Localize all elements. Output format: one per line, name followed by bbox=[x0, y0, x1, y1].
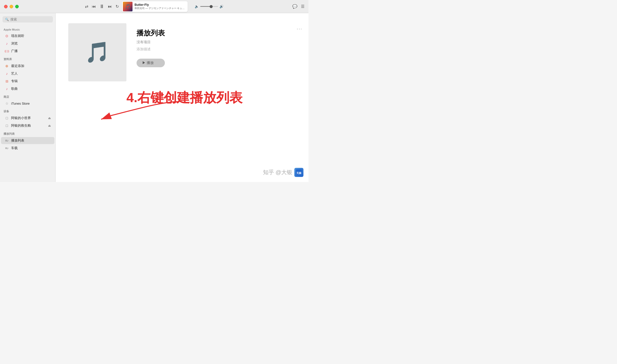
playlist-title: 播放列表 bbox=[137, 28, 165, 38]
device-1-eject[interactable]: ⏏ bbox=[48, 116, 51, 120]
listen-now-icon: ⊙ bbox=[5, 34, 9, 38]
volume-min-icon: 🔈 bbox=[195, 5, 199, 8]
sidebar-item-label: 艺人 bbox=[11, 71, 18, 76]
watermark-logo: 无极 bbox=[294, 168, 303, 177]
section-label-apple-music: Apple Music bbox=[0, 26, 55, 32]
sidebar: 🔍 Apple Music ⊙ 现在就听 ♪ 浏览 ((·)) 广播 资料库 ⊕… bbox=[0, 13, 56, 182]
itunes-store-icon: ☆ bbox=[5, 101, 9, 105]
radio-icon: ((·)) bbox=[5, 50, 9, 53]
volume-max-icon: 🔊 bbox=[219, 5, 224, 8]
playlist-content: 🎵 播放列表 没有项目 添加描述 ▶ 播放 bbox=[56, 13, 308, 92]
sidebar-item-albums[interactable]: ⊟ 专辑 bbox=[1, 78, 54, 85]
playlist-icon: ≡♪ bbox=[5, 139, 9, 142]
sidebar-item-device-1[interactable]: □ 阿银的小世界 ⏏ bbox=[1, 115, 54, 122]
shuffle-button[interactable]: ⇄ bbox=[85, 4, 88, 9]
maximize-button[interactable] bbox=[15, 5, 19, 8]
previous-button[interactable]: ⏮ bbox=[92, 4, 96, 9]
watermark-text: 知乎 @大银 bbox=[263, 169, 292, 176]
playlist-no-items: 没有项目 bbox=[137, 40, 165, 44]
sidebar-item-label: 歌曲 bbox=[11, 86, 18, 91]
song-title: Butter-Fly bbox=[135, 3, 185, 7]
sidebar-item-radio[interactable]: ((·)) 广播 bbox=[1, 48, 54, 55]
music-note-icon: 🎵 bbox=[85, 40, 110, 64]
svg-text:无极: 无极 bbox=[296, 172, 302, 174]
sidebar-item-label: 专辑 bbox=[11, 79, 18, 83]
title-bar-center: ⇄ ⏮ ⏸ ⏭ ↻ 🎵 Butter-Fly 和田光司 — デジモンアドベンチャ… bbox=[85, 1, 224, 12]
volume-slider[interactable] bbox=[200, 6, 218, 7]
artists-icon: ♪ bbox=[5, 72, 9, 76]
playlist-add-desc[interactable]: 添加描述 bbox=[137, 47, 165, 52]
device-2-icon: □ bbox=[5, 124, 9, 128]
main-container: 🔍 Apple Music ⊙ 现在就听 ♪ 浏览 ((·)) 广播 资料库 ⊕… bbox=[0, 13, 308, 182]
sidebar-item-songs[interactable]: ♪ 歌曲 bbox=[1, 85, 54, 92]
sidebar-item-device-2[interactable]: □ 阿银的救生舱 ⏏ bbox=[1, 122, 54, 129]
playlist-info: 播放列表 没有项目 添加描述 ▶ 播放 bbox=[137, 23, 165, 67]
menu-button[interactable]: ☰ bbox=[301, 4, 304, 9]
section-label-store: 商店 bbox=[0, 93, 55, 100]
annotation-text: 4.右键创建播放列表 bbox=[126, 89, 243, 107]
playlist-artwork: 🎵 bbox=[68, 23, 126, 81]
carplay-icon: ≡♪ bbox=[5, 146, 9, 150]
playback-controls: ⇄ ⏮ ⏸ ⏭ ↻ bbox=[85, 4, 119, 9]
section-label-playlists: 播放列表 bbox=[0, 129, 55, 137]
watermark: 知乎 @大银 无极 bbox=[263, 168, 303, 177]
sidebar-item-browse[interactable]: ♪ 浏览 bbox=[1, 40, 54, 47]
section-label-library: 资料库 bbox=[0, 55, 55, 62]
annotation-area: 4.右键创建播放列表 bbox=[56, 84, 308, 182]
sidebar-item-listen-now[interactable]: ⊙ 现在就听 bbox=[1, 32, 54, 39]
now-playing-widget[interactable]: 🎵 Butter-Fly 和田光司 — デジモンアドベンチャー キュートビートク… bbox=[122, 1, 188, 12]
songs-icon: ♪ bbox=[5, 87, 9, 91]
device-1-icon: □ bbox=[5, 116, 9, 120]
arrow-svg bbox=[86, 94, 187, 124]
search-input[interactable] bbox=[10, 17, 50, 21]
sidebar-item-recently-added[interactable]: ⊕ 最近添加 bbox=[1, 62, 54, 70]
sidebar-item-label: 阿银的救生舱 bbox=[11, 123, 31, 128]
arrow-annotation bbox=[86, 94, 187, 125]
title-bar: ⇄ ⏮ ⏸ ⏭ ↻ 🎵 Butter-Fly 和田光司 — デジモンアドベンチャ… bbox=[0, 0, 308, 13]
sidebar-item-label: 播放列表 bbox=[11, 138, 24, 143]
sidebar-item-label: 现在就听 bbox=[11, 34, 24, 38]
content-area: 🎵 播放列表 没有项目 添加描述 ▶ 播放 ··· bbox=[56, 13, 308, 182]
now-playing-text: Butter-Fly 和田光司 — デジモンアドベンチャー キュートビートクラ bbox=[135, 3, 185, 10]
play-pause-button[interactable]: ⏸ bbox=[99, 4, 104, 9]
sidebar-item-label: 阿银的小世界 bbox=[11, 116, 31, 120]
sidebar-item-label: 广播 bbox=[11, 49, 18, 53]
browse-icon: ♪ bbox=[5, 41, 9, 46]
volume-thumb bbox=[210, 5, 213, 8]
repeat-button[interactable]: ↻ bbox=[116, 4, 119, 9]
minimize-button[interactable] bbox=[10, 5, 13, 8]
recently-added-icon: ⊕ bbox=[5, 64, 9, 68]
search-box[interactable]: 🔍 bbox=[3, 16, 53, 22]
traffic-lights bbox=[4, 5, 19, 8]
sidebar-item-label: 最近添加 bbox=[11, 64, 24, 68]
play-button[interactable]: ▶ 播放 bbox=[137, 59, 165, 67]
more-options-button[interactable]: ··· bbox=[297, 26, 302, 32]
lyrics-button[interactable]: 💬 bbox=[292, 4, 297, 9]
section-label-devices: 设备 bbox=[0, 107, 55, 114]
next-button[interactable]: ⏭ bbox=[108, 4, 112, 9]
song-subtitle: 和田光司 — デジモンアドベンチャー キュートビートクラ bbox=[135, 7, 185, 10]
search-icon: 🔍 bbox=[5, 18, 9, 21]
device-2-eject[interactable]: ⏏ bbox=[48, 124, 51, 127]
volume-fill bbox=[200, 6, 210, 7]
sidebar-item-label: 浏览 bbox=[11, 41, 18, 46]
sidebar-item-carplay[interactable]: ≡♪ 车载 bbox=[1, 145, 54, 152]
sidebar-item-label: iTunes Store bbox=[11, 102, 30, 105]
close-button[interactable] bbox=[4, 5, 8, 8]
sidebar-item-playlist-main[interactable]: ≡♪ 播放列表 bbox=[1, 137, 54, 144]
title-bar-right: 💬 ☰ bbox=[292, 4, 304, 9]
albums-icon: ⊟ bbox=[5, 79, 9, 83]
sidebar-item-itunes-store[interactable]: ☆ iTunes Store bbox=[1, 100, 54, 107]
sidebar-item-artists[interactable]: ♪ 艺人 bbox=[1, 70, 54, 77]
sidebar-item-label: 车载 bbox=[11, 146, 18, 150]
album-thumbnail: 🎵 bbox=[123, 2, 133, 11]
volume-controls: 🔈 🔊 bbox=[195, 5, 224, 8]
